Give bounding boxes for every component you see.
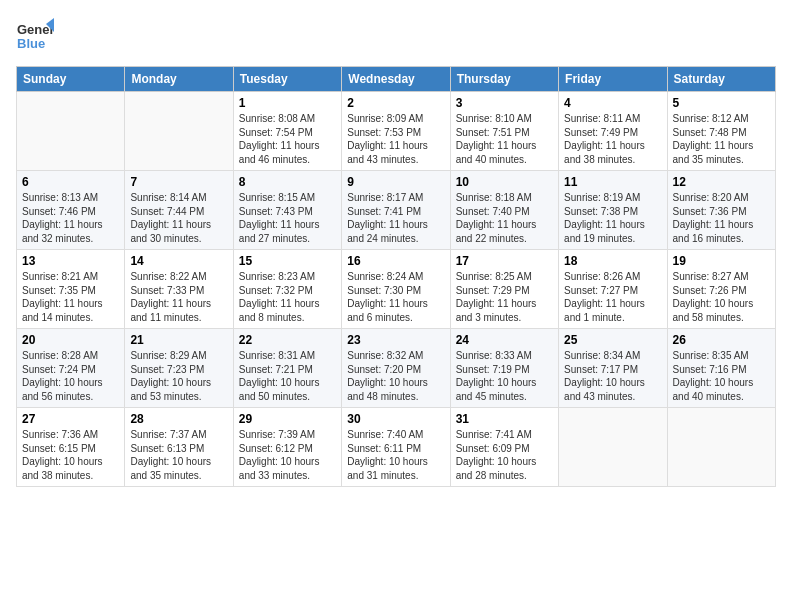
day-header-friday: Friday xyxy=(559,67,667,92)
logo-graphic: General Blue xyxy=(16,16,54,58)
date-number: 12 xyxy=(673,175,770,189)
calendar-cell: 21Sunrise: 8:29 AMSunset: 7:23 PMDayligh… xyxy=(125,329,233,408)
cell-info: Sunrise: 8:26 AMSunset: 7:27 PMDaylight:… xyxy=(564,270,661,324)
date-number: 11 xyxy=(564,175,661,189)
cell-info: Sunrise: 8:33 AMSunset: 7:19 PMDaylight:… xyxy=(456,349,553,403)
cell-info: Sunrise: 8:24 AMSunset: 7:30 PMDaylight:… xyxy=(347,270,444,324)
date-number: 30 xyxy=(347,412,444,426)
cell-info: Sunrise: 8:27 AMSunset: 7:26 PMDaylight:… xyxy=(673,270,770,324)
calendar-cell: 3Sunrise: 8:10 AMSunset: 7:51 PMDaylight… xyxy=(450,92,558,171)
cell-info: Sunrise: 8:31 AMSunset: 7:21 PMDaylight:… xyxy=(239,349,336,403)
day-header-thursday: Thursday xyxy=(450,67,558,92)
cell-info: Sunrise: 8:20 AMSunset: 7:36 PMDaylight:… xyxy=(673,191,770,245)
date-number: 9 xyxy=(347,175,444,189)
calendar-cell: 14Sunrise: 8:22 AMSunset: 7:33 PMDayligh… xyxy=(125,250,233,329)
cell-info: Sunrise: 8:25 AMSunset: 7:29 PMDaylight:… xyxy=(456,270,553,324)
calendar-cell: 17Sunrise: 8:25 AMSunset: 7:29 PMDayligh… xyxy=(450,250,558,329)
calendar-cell: 9Sunrise: 8:17 AMSunset: 7:41 PMDaylight… xyxy=(342,171,450,250)
calendar-cell: 27Sunrise: 7:36 AMSunset: 6:15 PMDayligh… xyxy=(17,408,125,487)
date-number: 26 xyxy=(673,333,770,347)
cell-info: Sunrise: 8:35 AMSunset: 7:16 PMDaylight:… xyxy=(673,349,770,403)
calendar-cell: 19Sunrise: 8:27 AMSunset: 7:26 PMDayligh… xyxy=(667,250,775,329)
calendar-cell: 12Sunrise: 8:20 AMSunset: 7:36 PMDayligh… xyxy=(667,171,775,250)
calendar-cell xyxy=(17,92,125,171)
calendar-cell: 22Sunrise: 8:31 AMSunset: 7:21 PMDayligh… xyxy=(233,329,341,408)
cell-info: Sunrise: 8:14 AMSunset: 7:44 PMDaylight:… xyxy=(130,191,227,245)
week-row-2: 6Sunrise: 8:13 AMSunset: 7:46 PMDaylight… xyxy=(17,171,776,250)
calendar-cell: 11Sunrise: 8:19 AMSunset: 7:38 PMDayligh… xyxy=(559,171,667,250)
day-header-saturday: Saturday xyxy=(667,67,775,92)
date-number: 19 xyxy=(673,254,770,268)
date-number: 2 xyxy=(347,96,444,110)
date-number: 28 xyxy=(130,412,227,426)
date-number: 25 xyxy=(564,333,661,347)
calendar-cell: 15Sunrise: 8:23 AMSunset: 7:32 PMDayligh… xyxy=(233,250,341,329)
calendar-cell xyxy=(667,408,775,487)
cell-info: Sunrise: 7:40 AMSunset: 6:11 PMDaylight:… xyxy=(347,428,444,482)
cell-info: Sunrise: 8:29 AMSunset: 7:23 PMDaylight:… xyxy=(130,349,227,403)
calendar-cell: 8Sunrise: 8:15 AMSunset: 7:43 PMDaylight… xyxy=(233,171,341,250)
date-number: 6 xyxy=(22,175,119,189)
cell-info: Sunrise: 8:09 AMSunset: 7:53 PMDaylight:… xyxy=(347,112,444,166)
cell-info: Sunrise: 8:18 AMSunset: 7:40 PMDaylight:… xyxy=(456,191,553,245)
calendar-cell: 24Sunrise: 8:33 AMSunset: 7:19 PMDayligh… xyxy=(450,329,558,408)
calendar-cell: 13Sunrise: 8:21 AMSunset: 7:35 PMDayligh… xyxy=(17,250,125,329)
cell-info: Sunrise: 7:37 AMSunset: 6:13 PMDaylight:… xyxy=(130,428,227,482)
week-row-5: 27Sunrise: 7:36 AMSunset: 6:15 PMDayligh… xyxy=(17,408,776,487)
calendar-cell: 6Sunrise: 8:13 AMSunset: 7:46 PMDaylight… xyxy=(17,171,125,250)
date-number: 16 xyxy=(347,254,444,268)
cell-info: Sunrise: 8:34 AMSunset: 7:17 PMDaylight:… xyxy=(564,349,661,403)
calendar-cell: 2Sunrise: 8:09 AMSunset: 7:53 PMDaylight… xyxy=(342,92,450,171)
calendar-cell: 30Sunrise: 7:40 AMSunset: 6:11 PMDayligh… xyxy=(342,408,450,487)
cell-info: Sunrise: 7:41 AMSunset: 6:09 PMDaylight:… xyxy=(456,428,553,482)
date-number: 14 xyxy=(130,254,227,268)
date-number: 1 xyxy=(239,96,336,110)
date-number: 4 xyxy=(564,96,661,110)
cell-info: Sunrise: 8:08 AMSunset: 7:54 PMDaylight:… xyxy=(239,112,336,166)
cell-info: Sunrise: 8:32 AMSunset: 7:20 PMDaylight:… xyxy=(347,349,444,403)
calendar-cell: 1Sunrise: 8:08 AMSunset: 7:54 PMDaylight… xyxy=(233,92,341,171)
day-header-tuesday: Tuesday xyxy=(233,67,341,92)
cell-info: Sunrise: 8:11 AMSunset: 7:49 PMDaylight:… xyxy=(564,112,661,166)
calendar-cell: 20Sunrise: 8:28 AMSunset: 7:24 PMDayligh… xyxy=(17,329,125,408)
date-number: 3 xyxy=(456,96,553,110)
date-number: 15 xyxy=(239,254,336,268)
cell-info: Sunrise: 8:10 AMSunset: 7:51 PMDaylight:… xyxy=(456,112,553,166)
date-number: 17 xyxy=(456,254,553,268)
date-number: 29 xyxy=(239,412,336,426)
calendar-cell: 23Sunrise: 8:32 AMSunset: 7:20 PMDayligh… xyxy=(342,329,450,408)
calendar-table: SundayMondayTuesdayWednesdayThursdayFrid… xyxy=(16,66,776,487)
calendar-cell: 5Sunrise: 8:12 AMSunset: 7:48 PMDaylight… xyxy=(667,92,775,171)
calendar-cell: 29Sunrise: 7:39 AMSunset: 6:12 PMDayligh… xyxy=(233,408,341,487)
date-number: 21 xyxy=(130,333,227,347)
date-number: 22 xyxy=(239,333,336,347)
day-header-sunday: Sunday xyxy=(17,67,125,92)
day-header-monday: Monday xyxy=(125,67,233,92)
svg-text:Blue: Blue xyxy=(17,36,45,51)
cell-info: Sunrise: 8:23 AMSunset: 7:32 PMDaylight:… xyxy=(239,270,336,324)
cell-info: Sunrise: 7:36 AMSunset: 6:15 PMDaylight:… xyxy=(22,428,119,482)
calendar-cell: 28Sunrise: 7:37 AMSunset: 6:13 PMDayligh… xyxy=(125,408,233,487)
cell-info: Sunrise: 8:13 AMSunset: 7:46 PMDaylight:… xyxy=(22,191,119,245)
calendar-cell xyxy=(125,92,233,171)
date-number: 8 xyxy=(239,175,336,189)
cell-info: Sunrise: 8:17 AMSunset: 7:41 PMDaylight:… xyxy=(347,191,444,245)
calendar-cell: 16Sunrise: 8:24 AMSunset: 7:30 PMDayligh… xyxy=(342,250,450,329)
calendar-cell: 10Sunrise: 8:18 AMSunset: 7:40 PMDayligh… xyxy=(450,171,558,250)
week-row-4: 20Sunrise: 8:28 AMSunset: 7:24 PMDayligh… xyxy=(17,329,776,408)
cell-info: Sunrise: 8:28 AMSunset: 7:24 PMDaylight:… xyxy=(22,349,119,403)
calendar-header-row: SundayMondayTuesdayWednesdayThursdayFrid… xyxy=(17,67,776,92)
date-number: 24 xyxy=(456,333,553,347)
calendar-cell: 7Sunrise: 8:14 AMSunset: 7:44 PMDaylight… xyxy=(125,171,233,250)
cell-info: Sunrise: 8:22 AMSunset: 7:33 PMDaylight:… xyxy=(130,270,227,324)
calendar-cell: 25Sunrise: 8:34 AMSunset: 7:17 PMDayligh… xyxy=(559,329,667,408)
cell-info: Sunrise: 8:15 AMSunset: 7:43 PMDaylight:… xyxy=(239,191,336,245)
week-row-3: 13Sunrise: 8:21 AMSunset: 7:35 PMDayligh… xyxy=(17,250,776,329)
page-header: General Blue xyxy=(16,16,776,58)
cell-info: Sunrise: 8:19 AMSunset: 7:38 PMDaylight:… xyxy=(564,191,661,245)
date-number: 5 xyxy=(673,96,770,110)
date-number: 31 xyxy=(456,412,553,426)
calendar-body: 1Sunrise: 8:08 AMSunset: 7:54 PMDaylight… xyxy=(17,92,776,487)
date-number: 7 xyxy=(130,175,227,189)
day-header-wednesday: Wednesday xyxy=(342,67,450,92)
